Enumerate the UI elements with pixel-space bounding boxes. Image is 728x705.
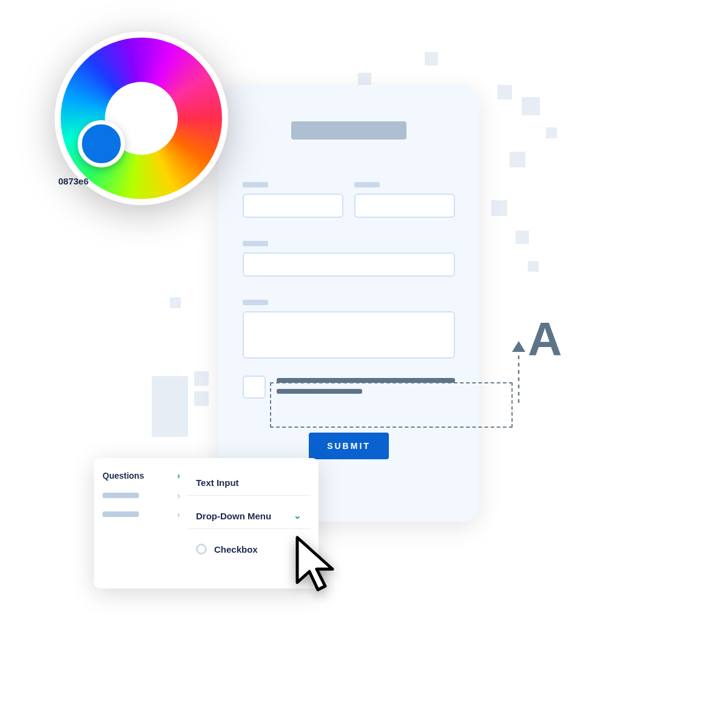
decoration-square (152, 376, 188, 437)
decoration-square (510, 152, 525, 167)
questions-panel: Questions › › › Text Input Drop-Down Men… (94, 458, 318, 589)
submit-button[interactable]: SUBMIT (309, 433, 389, 459)
decoration-square (528, 261, 539, 272)
decoration-square (522, 97, 540, 115)
text-placeholder (277, 378, 455, 383)
decoration-square (516, 231, 529, 244)
text-input[interactable] (243, 194, 343, 218)
questions-category-row[interactable]: › (103, 509, 180, 519)
field-label-placeholder (354, 182, 380, 187)
field-label-placeholder (243, 241, 268, 246)
chevron-right-icon: › (177, 470, 180, 481)
question-type-dropdown[interactable]: Drop-Down Menu ⌄ (187, 503, 310, 529)
chevron-down-icon: ⌄ (294, 510, 302, 521)
checkbox-input[interactable] (243, 376, 266, 399)
form-card: SUBMIT (218, 85, 479, 522)
text-input[interactable] (243, 252, 455, 277)
field-label-placeholder (243, 300, 268, 305)
decoration-square (546, 127, 557, 138)
questions-heading: Questions (103, 471, 144, 481)
question-type-label: Checkbox (214, 544, 258, 555)
question-type-text-input[interactable]: Text Input (187, 470, 310, 496)
decoration-square (358, 73, 371, 86)
question-type-label: Drop-Down Menu (196, 511, 271, 521)
letter-glyph-large: A (528, 315, 562, 363)
color-swatch[interactable] (78, 120, 125, 167)
chevron-right-icon: › (177, 490, 180, 501)
chevron-right-icon: › (177, 509, 180, 519)
color-hex-label: 0873e6 (58, 176, 89, 186)
decoration-square (170, 297, 181, 308)
question-type-checkbox[interactable]: Checkbox (187, 536, 310, 562)
drag-arrow-icon (508, 340, 529, 403)
form-title-placeholder (291, 121, 406, 140)
text-placeholder (277, 389, 362, 394)
decoration-square (497, 85, 512, 100)
questions-category-row[interactable]: › (103, 490, 180, 501)
decoration-square (491, 200, 507, 216)
cursor-icon (295, 535, 342, 596)
decoration-square (194, 391, 209, 406)
font-size-demo: A (528, 315, 562, 363)
field-label-placeholder (243, 182, 268, 187)
question-type-label: Text Input (196, 477, 239, 488)
radio-icon (196, 544, 207, 555)
decoration-square (425, 52, 438, 66)
textarea-input[interactable] (243, 311, 455, 359)
decoration-square (194, 371, 209, 386)
text-input[interactable] (354, 194, 455, 218)
questions-heading-row[interactable]: Questions › (103, 470, 180, 481)
